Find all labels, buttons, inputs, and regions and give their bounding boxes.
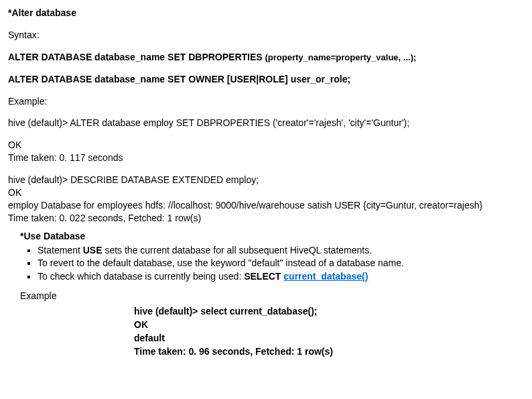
output-1-line-1: OK	[8, 139, 524, 152]
output-2-line-2: employ Database for employees hdfs: //lo…	[8, 199, 524, 212]
bullet-1: Statement USE sets the current database …	[38, 244, 524, 257]
bullet-1-text-a: Statement	[38, 245, 83, 255]
example-label: Example:	[8, 95, 524, 108]
output-2-line-1: OK	[8, 186, 524, 199]
example-2-line-3: default	[134, 332, 524, 345]
bullet-3-text-b: SELECT	[244, 271, 283, 282]
command-2: hive (default)> DESCRIBE DATABASE EXTEND…	[8, 174, 524, 186]
syntax-line-1a: ALTER DATABASE database_name SET DBPROPE…	[8, 52, 265, 62]
command-1: hive (default)> ALTER database employ SE…	[8, 117, 524, 129]
bullet-2: To revert to the default database, use t…	[38, 257, 524, 270]
bullet-1-text-c: sets the current database for all subseq…	[103, 245, 373, 255]
section-heading-use-database: *Use Database	[20, 230, 524, 243]
bullet-3: To check which database is currently bei…	[38, 270, 524, 283]
output-2-line-3: Time taken: 0. 022 seconds, Fetched: 1 r…	[8, 212, 524, 225]
bullet-1-text-b: USE	[83, 245, 103, 255]
section-heading-alter-database: *Alter database	[8, 7, 524, 19]
syntax-line-1b: (property_name=property_value, ...);	[265, 52, 417, 62]
example-2-line-4: Time taken: 0. 96 seconds, Fetched: 1 ro…	[134, 345, 524, 358]
current-database-link[interactable]: current_database()	[283, 271, 368, 282]
syntax-line-1: ALTER DATABASE database_name SET DBPROPE…	[8, 51, 524, 64]
bullet-3-text-a: To check which database is currently bei…	[38, 271, 244, 282]
syntax-label: Syntax:	[8, 29, 524, 42]
example-2-line-1: hive (default)> select current_database(…	[134, 305, 524, 318]
example-label-2: Example	[20, 290, 524, 302]
syntax-line-2: ALTER DATABASE database_name SET OWNER […	[8, 73, 524, 86]
example-2-output: hive (default)> select current_database(…	[134, 305, 524, 358]
output-1-line-2: Time taken: 0. 117 seconds	[8, 152, 524, 164]
bullet-list: Statement USE sets the current database …	[38, 244, 524, 284]
command-2-block: hive (default)> DESCRIBE DATABASE EXTEND…	[8, 174, 524, 225]
output-1: OK Time taken: 0. 117 seconds	[8, 139, 524, 164]
example-2-line-2: OK	[134, 319, 524, 331]
